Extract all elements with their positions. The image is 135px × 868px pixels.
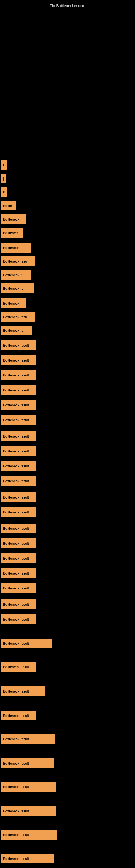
bottleneck-bar[interactable]: Bottleneck result (1, 340, 37, 350)
bottleneck-bar[interactable]: Bottleneck result (1, 734, 55, 744)
bottleneck-bar[interactable]: Bottleneck result (1, 662, 37, 672)
bottleneck-bar[interactable]: Bottleneck result (1, 370, 37, 380)
site-title: TheBottlenecker.com (0, 1, 135, 10)
bottleneck-bar[interactable]: Bottleneck result (1, 599, 37, 609)
bottleneck-bar[interactable]: Bottleneck result (1, 639, 52, 648)
bottleneck-bar[interactable]: Bottleneck result (1, 553, 37, 563)
bottleneck-bar[interactable]: Bottleneck re (1, 283, 34, 293)
bottleneck-bar[interactable]: Bottleneck result (1, 830, 57, 839)
bottleneck-bar[interactable]: Bottleneck result (1, 507, 37, 517)
bottleneck-bar[interactable]: Bottleneck re (1, 326, 32, 335)
bottleneck-bar[interactable]: Bottleneck result (1, 782, 56, 792)
bottleneck-bar[interactable]: Bottlenec (1, 228, 23, 238)
bottleneck-bar[interactable]: Bottleneck result (1, 686, 45, 696)
bottleneck-bar[interactable]: Bottleneck r (1, 270, 31, 280)
bottleneck-bar[interactable]: Bottleneck result (1, 400, 37, 410)
bottleneck-bar[interactable]: Bottleneck resu (1, 312, 35, 322)
bottleneck-bar[interactable]: Bottleneck result (1, 524, 37, 533)
bottleneck-bar[interactable]: Bottleneck result (1, 711, 37, 720)
bottleneck-bar[interactable]: Bottleneck result (1, 758, 54, 768)
bottleneck-bar[interactable]: | (1, 174, 6, 183)
bottleneck-bar[interactable]: Bottleneck result (1, 583, 37, 593)
bottleneck-bar[interactable]: Bottleneck result (1, 614, 37, 624)
bottleneck-bar[interactable]: Bottleneck result (1, 415, 37, 425)
bottleneck-bar[interactable]: Bottle (1, 201, 16, 211)
bottleneck-bar[interactable]: Bottleneck result (1, 806, 56, 816)
bottleneck-bar[interactable]: Bottleneck (1, 299, 26, 308)
bottleneck-bar[interactable]: Bottleneck (1, 214, 26, 224)
bottleneck-bar[interactable]: Bottleneck resu (1, 256, 35, 266)
bottleneck-bar[interactable]: Bottleneck result (1, 538, 37, 548)
bottleneck-bar[interactable]: Bottleneck result (1, 476, 37, 486)
bottleneck-bar[interactable]: Bottleneck result (1, 854, 54, 863)
bottleneck-bar[interactable]: B (1, 187, 7, 197)
bottleneck-bar[interactable]: Bottleneck result (1, 431, 37, 441)
bottleneck-bar[interactable]: B (1, 160, 7, 170)
bottleneck-bar[interactable]: Bottleneck result (1, 446, 37, 456)
bottleneck-bar[interactable]: Bottleneck result (1, 568, 37, 578)
bottleneck-bar[interactable]: Bottleneck result (1, 355, 37, 365)
bottleneck-bar[interactable]: Bottleneck r (1, 243, 31, 252)
bottleneck-bar[interactable]: Bottleneck result (1, 385, 37, 395)
bottleneck-bar[interactable]: Bottleneck result (1, 492, 37, 502)
bottleneck-bar[interactable]: Bottleneck result (1, 461, 37, 471)
